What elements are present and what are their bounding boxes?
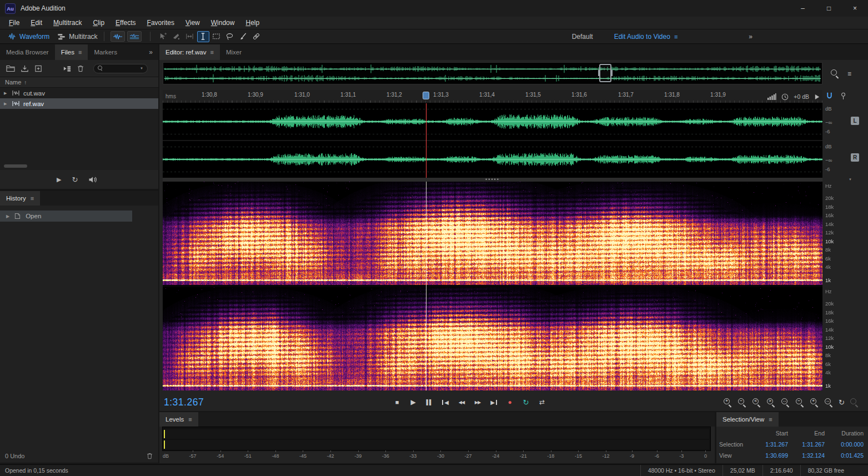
panel-tabs-overflow-button[interactable]: » [143, 44, 158, 60]
snapping-magnet-icon[interactable] [826, 92, 833, 100]
slip-tool-button[interactable] [184, 31, 196, 42]
waveform-spectral-splitter[interactable]: ••••• [163, 178, 822, 182]
zoom-to-selection-button[interactable]: ↔ [781, 398, 790, 407]
menu-multitrack[interactable]: Multitrack [48, 18, 87, 28]
import-file-button[interactable] [19, 63, 30, 74]
playhead-handle[interactable] [423, 92, 429, 99]
spectrogram-left-channel[interactable] [163, 182, 822, 285]
tab-media-browser[interactable]: Media Browser [0, 44, 55, 60]
menu-effects[interactable]: Effects [110, 18, 141, 28]
tab-levels[interactable]: Levels ≡ [159, 412, 198, 427]
show-spectral-toggle[interactable] [127, 31, 142, 42]
close-button[interactable]: × [842, 0, 868, 17]
preview-play-button[interactable]: ▶ [57, 176, 61, 183]
playhead-pointer-icon[interactable] [814, 94, 820, 100]
selection-view-menu-icon[interactable]: ≡ [769, 416, 772, 423]
waveform-left-channel[interactable] [163, 103, 822, 140]
rewind-button[interactable]: ◀◀ [456, 397, 467, 408]
history-delete-button[interactable] [146, 452, 153, 460]
overview-menu-icon[interactable]: ≡ [847, 70, 851, 78]
pin-icon[interactable] [840, 92, 846, 100]
preview-loop-button[interactable]: ↻ [72, 176, 78, 184]
zoom-in-at-in-point-button[interactable]: < [752, 398, 761, 407]
menu-help[interactable]: Help [240, 18, 265, 28]
search-dropdown-icon[interactable]: ▼ [140, 67, 143, 70]
tab-history[interactable]: History ≡ [0, 191, 40, 206]
spectrogram-right-channel[interactable] [163, 287, 822, 390]
razor-tool-button[interactable] [170, 31, 183, 42]
skip-selection-button[interactable]: ⇄ [536, 397, 548, 408]
view-end-value[interactable]: 1:32.124 [788, 452, 825, 459]
workspace-menu-icon[interactable]: ≡ [674, 33, 678, 40]
file-overview-strip[interactable] [163, 62, 822, 84]
insert-into-multitrack-button[interactable] [61, 63, 72, 74]
paintbrush-selection-tool-button[interactable] [237, 31, 249, 42]
open-file-button[interactable] [5, 63, 16, 74]
new-file-button[interactable] [33, 63, 44, 74]
playhead-line[interactable] [426, 182, 427, 390]
levels-menu-icon[interactable]: ≡ [188, 416, 192, 423]
history-menu-icon[interactable]: ≡ [31, 195, 34, 202]
zoom-in-button[interactable]: + [723, 398, 732, 407]
workspace-active-button[interactable]: Edit Audio to Video ≡ [614, 33, 678, 41]
menu-edit[interactable]: Edit [25, 18, 48, 28]
view-duration-value[interactable]: 0:01.425 [825, 452, 864, 459]
zoom-out-full-button[interactable]: − [795, 398, 805, 407]
playhead-line[interactable] [426, 103, 427, 178]
history-item-open[interactable]: ▶ Open [0, 211, 132, 222]
menu-view[interactable]: View [180, 18, 205, 28]
files-panel-menu-icon[interactable]: ≡ [78, 49, 82, 56]
pause-button[interactable]: ▌▌ [424, 397, 435, 408]
file-search-input[interactable] [106, 66, 138, 72]
zoom-out-button[interactable]: − [737, 398, 747, 407]
file-row-cut-wav[interactable]: ▶ cut.wav [0, 88, 158, 98]
tab-markers[interactable]: Markers [88, 44, 123, 60]
tab-editor[interactable]: Editor: ref.wav ≡ [159, 44, 220, 60]
file-search-box[interactable]: ▼ [93, 64, 148, 73]
marquee-selection-tool-button[interactable] [210, 31, 223, 42]
zoom-out-amplitude-button[interactable]: ↔ [824, 398, 834, 407]
spot-healing-brush-tool-button[interactable] [250, 31, 263, 42]
maximize-button[interactable]: □ [816, 0, 842, 17]
show-waveform-toggle[interactable] [111, 31, 125, 42]
delete-file-button[interactable] [75, 63, 86, 74]
view-region-indicator[interactable] [599, 64, 611, 82]
selection-start-value[interactable]: 1:31.267 [751, 441, 788, 448]
multitrack-view-button[interactable]: Multitrack [57, 33, 97, 41]
zoom-in-amplitude-button[interactable]: + [810, 398, 819, 407]
lasso-selection-tool-button[interactable] [224, 31, 236, 42]
gain-value[interactable]: +0 dB [794, 93, 809, 100]
view-start-value[interactable]: 1:30.699 [751, 452, 788, 459]
stop-button[interactable]: ■ [392, 397, 403, 408]
editor-menu-icon[interactable]: ≡ [210, 49, 214, 56]
selection-end-value[interactable]: 1:31.267 [788, 441, 825, 448]
playhead-time-display[interactable]: 1:31.267 [164, 397, 204, 408]
loop-playback-button[interactable]: ↻ [520, 397, 531, 408]
level-meter-icon[interactable] [767, 93, 776, 100]
waveform-right-channel[interactable] [163, 141, 822, 178]
auto-play-speaker-icon[interactable] [88, 176, 97, 183]
waveform-view-button[interactable]: Waveform [8, 33, 49, 41]
overview-zoom-icon[interactable] [830, 69, 840, 78]
file-row-ref-wav[interactable]: ▶ ref.wav [0, 98, 158, 109]
timeline-ruler[interactable]: hms 1:30,8 1:30,9 1:31,0 1:31,1 1:31,2 1… [163, 90, 822, 103]
reset-zoom-button[interactable]: ↻ [839, 398, 845, 407]
expand-chevron-icon[interactable]: ▶ [4, 91, 8, 96]
minimize-button[interactable]: – [790, 0, 816, 17]
spectrogram-left-canvas[interactable] [163, 182, 822, 285]
menu-clip[interactable]: Clip [87, 18, 110, 28]
tab-mixer[interactable]: Mixer [220, 44, 248, 60]
move-tool-button[interactable] [157, 31, 169, 42]
scale-scroll-down-icon[interactable]: ▼ [849, 178, 852, 181]
workspace-default-button[interactable]: Default [572, 33, 593, 41]
zoom-in-at-out-point-button[interactable]: > [766, 398, 776, 407]
time-selection-tool-button[interactable] [197, 31, 209, 42]
record-button[interactable]: ● [504, 397, 515, 408]
spectrogram-display[interactable] [163, 182, 822, 390]
level-meter[interactable] [162, 427, 711, 451]
menu-file[interactable]: File [3, 18, 25, 28]
left-channel-badge[interactable]: L [851, 117, 859, 125]
overview-waveform[interactable] [163, 63, 822, 84]
menu-favorites[interactable]: Favorites [142, 18, 180, 28]
skip-to-end-button[interactable]: ▶ [488, 397, 499, 408]
